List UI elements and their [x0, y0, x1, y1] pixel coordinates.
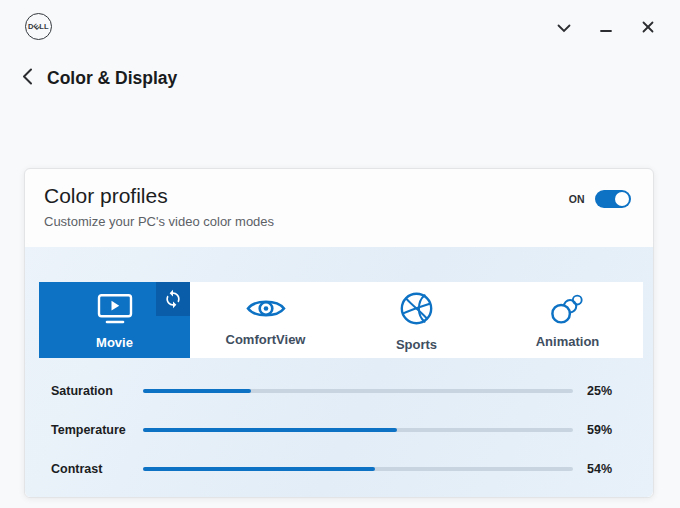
- toggle-knob: [615, 192, 629, 206]
- temperature-slider[interactable]: [143, 428, 573, 432]
- eye-icon: [246, 295, 286, 325]
- saturation-row: Saturation 25%: [51, 371, 631, 410]
- slider-fill: [143, 428, 397, 432]
- color-profiles-card: Color profiles Customize your PC's video…: [24, 168, 654, 498]
- temperature-row: Temperature 59%: [51, 410, 631, 449]
- page-title: Color & Display: [47, 68, 177, 89]
- card-title: Color profiles: [44, 184, 633, 208]
- chevron-down-icon: [557, 21, 571, 36]
- tab-label: Movie: [96, 335, 133, 350]
- tab-label: Animation: [536, 334, 600, 349]
- monitor-play-icon: [95, 293, 135, 328]
- contrast-slider[interactable]: [143, 467, 573, 471]
- tab-label: Sports: [396, 337, 437, 352]
- slider-value: 25%: [587, 384, 631, 398]
- card-header: Color profiles Customize your PC's video…: [25, 169, 653, 229]
- close-icon: [642, 21, 654, 36]
- window-menu-button[interactable]: [550, 16, 578, 40]
- slider-fill: [143, 467, 375, 471]
- tab-movie[interactable]: Movie: [39, 282, 190, 358]
- dell-logo-icon: DELL: [25, 13, 52, 40]
- toggle-state-label: ON: [569, 193, 585, 205]
- slider-label: Saturation: [51, 384, 143, 398]
- slider-value: 54%: [587, 462, 631, 476]
- minimize-button[interactable]: [592, 16, 620, 40]
- sync-refresh-icon[interactable]: [156, 282, 190, 316]
- motion-circles-icon: [549, 293, 586, 327]
- slider-value: 59%: [587, 423, 631, 437]
- slider-fill: [143, 389, 251, 393]
- tab-label: ComfortView: [226, 332, 306, 347]
- color-profiles-toggle[interactable]: [595, 190, 631, 208]
- basketball-icon: [398, 290, 435, 330]
- card-subtitle: Customize your PC's video color modes: [44, 214, 633, 229]
- card-body: Movie ComfortVi: [25, 247, 653, 497]
- saturation-slider[interactable]: [143, 389, 573, 393]
- close-button[interactable]: [634, 16, 662, 40]
- slider-label: Temperature: [51, 423, 143, 437]
- minimize-icon: [600, 21, 612, 36]
- tab-animation[interactable]: Animation: [492, 282, 643, 358]
- profile-tabbar: Movie ComfortVi: [39, 282, 643, 358]
- contrast-row: Contrast 54%: [51, 449, 631, 488]
- page-header: Color & Display: [20, 66, 177, 90]
- slider-label: Contrast: [51, 462, 143, 476]
- tab-comfortview[interactable]: ComfortView: [190, 282, 341, 358]
- back-button[interactable]: [20, 66, 35, 90]
- window-controls: [550, 16, 662, 40]
- chevron-left-icon: [22, 68, 33, 88]
- tab-sports[interactable]: Sports: [341, 282, 492, 358]
- slider-group: Saturation 25% Temperature 59% Contrast: [51, 371, 631, 488]
- toggle-group: ON: [569, 190, 631, 208]
- app-window: DELL Color & Display Color pro: [0, 0, 680, 508]
